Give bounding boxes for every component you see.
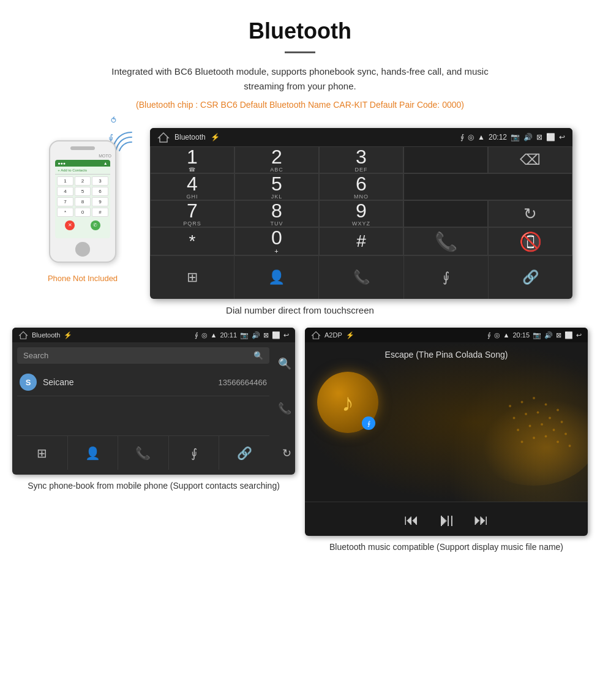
close-icon: ⊠ [536,133,542,141]
pb-reload-icon[interactable]: ↻ [282,446,291,460]
svg-point-7 [533,397,535,399]
phone-keypad: 1 2 3 4 5 6 7 8 9 * 0 # [55,175,110,219]
key-1[interactable]: 1 ☎ [150,146,234,173]
search-icon: 🔍 [253,351,263,360]
contact-row[interactable]: S Seicane 13566664466 [17,369,269,396]
contact-initial: S [20,374,37,391]
svg-marker-2 [20,332,27,339]
phone-home-button [75,242,90,257]
key-2[interactable]: 2 ABC [234,146,319,173]
contacts-button[interactable]: 👤 [234,256,319,299]
pb-status-right: ⨚ ◎ ▲ 20:11 📷 🔊 ⊠ ⬜ ↩ [195,331,289,339]
phone-wrapper: ⥀ ⨚ MOTO ●●●▲ + Add to Contacts [49,140,116,263]
wave-small: ⥀ [111,116,138,125]
skip-forward-button[interactable]: ⏭ [474,511,489,529]
phone-brand: MOTO [99,154,111,158]
screen-title: Bluetooth [174,133,206,141]
page-title: Bluetooth [12,18,588,44]
pb-time: 20:11 [220,331,237,339]
volume-icon: 🔊 [523,133,533,141]
home-icon [157,132,170,143]
phone-illustration: ⥀ ⨚ MOTO ●●●▲ + Add to Contacts [28,128,138,283]
link-button[interactable]: 🔗 [489,256,572,299]
pb-call-icon[interactable]: 📞 [278,402,291,415]
pb-search-icon[interactable]: 🔍 [278,357,291,371]
music-time: 20:15 [512,331,530,339]
key-8[interactable]: 8 TUV [234,200,319,227]
grid-view-button[interactable]: ⊞ [150,256,234,299]
svg-point-13 [549,417,551,420]
svg-point-10 [513,417,516,420]
phonebook-block: Bluetooth ⚡ ⨚ ◎ ▲ 20:11 📷 🔊 ⊠ ⬜ ↩ [12,328,295,554]
svg-point-22 [545,435,547,437]
backspace-button[interactable]: ⌫ [488,146,572,173]
reload-button[interactable]: ↻ [488,200,572,227]
location-icon: ◎ [468,133,474,141]
empty-cell-1 [403,173,572,200]
pb-status-left: Bluetooth ⚡ [18,331,72,339]
status-left: Bluetooth ⚡ [157,132,220,143]
pb-status-bar: Bluetooth ⚡ ⨚ ◎ ▲ 20:11 📷 🔊 ⊠ ⬜ ↩ [12,328,295,342]
calls-button[interactable]: 📞 [319,256,403,299]
pb-search-placeholder: Search [23,351,48,360]
bt-badge: ⨚ [362,416,375,430]
key-7[interactable]: 7 PQRS [150,200,234,227]
pb-bt-btn[interactable]: ⨚ [169,436,220,470]
music-note-icon: ♪ [342,389,354,416]
music-status-bar: A2DP ⚡ ⨚ ◎ ▲ 20:15 📷 🔊 ⊠ ⬜ ↩ [305,328,588,342]
pb-search-box[interactable]: Search 🔍 [17,347,269,364]
svg-point-9 [557,409,559,412]
contact-phone: 13566664466 [218,378,267,387]
svg-point-23 [557,441,559,443]
music-caption: Bluetooth music compatible (Support disp… [329,541,563,554]
pb-main-content: Search 🔍 S Seicane 13566664466 ⊞ 👤 📞 [12,342,274,475]
pb-calls-btn[interactable]: 📞 [118,436,169,470]
phone-screen: ●●●▲ + Add to Contacts 1 2 3 4 5 6 7 8 9… [55,160,110,238]
svg-point-11 [525,413,527,415]
music-controls: ⏮ ⏯ ⏭ [305,502,588,536]
pb-link-btn[interactable]: 🔗 [219,436,269,470]
bt-icon: ⨚ [460,133,464,141]
bluetooth-button[interactable]: ⨚ [404,256,489,299]
key-6[interactable]: 6 MNO [319,173,403,200]
usb-icon: ⚡ [211,133,220,141]
dial-keypad-grid: 1 ☎ 2 ABC 3 DEF ⌫ 4 GHI 5 JKL [150,146,572,255]
end-call-button[interactable]: 📵 [488,227,572,255]
music-status-right: ⨚ ◎ ▲ 20:15 📷 🔊 ⊠ ⬜ ↩ [487,331,582,339]
caption-dial: Dial number direct from touchscreen [0,305,600,315]
pb-right-icons: 🔍 📞 ↻ [274,342,295,475]
pb-layout: Search 🔍 S Seicane 13566664466 ⊞ 👤 📞 [12,342,295,475]
svg-point-4 [470,390,588,486]
key-hash[interactable]: # [319,227,403,255]
svg-point-12 [537,411,539,413]
camera-icon: 📷 [511,133,520,141]
music-home-icon [311,331,321,339]
phone-screen-header: ●●●▲ [55,160,110,167]
pb-empty-space [17,396,269,433]
skip-back-button[interactable]: ⏮ [404,511,419,529]
svg-point-8 [545,403,547,405]
svg-marker-3 [312,332,320,339]
call-button[interactable]: 📞 [403,227,488,255]
back-icon: ↩ [559,133,565,141]
bottom-bar: ⊞ 👤 📞 ⨚ 🔗 [150,255,572,299]
pb-contacts-btn[interactable]: 👤 [68,436,119,470]
phone-body: MOTO ●●●▲ + Add to Contacts 1 2 3 4 5 6 … [49,140,116,263]
dial-screen: Bluetooth ⚡ ⨚ ◎ ▲ 20:12 📷 🔊 ⊠ ⬜ ↩ 1 ☎ [150,128,572,299]
bottom-screenshots: Bluetooth ⚡ ⨚ ◎ ▲ 20:11 📷 🔊 ⊠ ⬜ ↩ [0,328,600,554]
page-header: Bluetooth Integrated with BC6 Bluetooth … [0,0,600,128]
key-3[interactable]: 3 DEF [319,146,403,173]
key-5[interactable]: 5 JKL [234,173,319,200]
pb-home-icon [18,331,28,339]
title-divider [285,51,315,53]
play-pause-button[interactable]: ⏯ [437,510,456,530]
svg-point-14 [561,421,563,423]
music-screen: A2DP ⚡ ⨚ ◎ ▲ 20:15 📷 🔊 ⊠ ⬜ ↩ [305,328,588,536]
key-star[interactable]: * [150,227,234,255]
key-9[interactable]: 9 WXYZ [319,200,403,227]
key-4[interactable]: 4 GHI [150,173,234,200]
pb-bottom-bar: ⊞ 👤 📞 ⨚ 🔗 [17,435,269,470]
key-0[interactable]: 0 + [234,227,319,255]
phonebook-caption: Sync phone-book from mobile phone (Suppo… [28,480,280,492]
pb-grid-btn[interactable]: ⊞ [17,436,68,470]
